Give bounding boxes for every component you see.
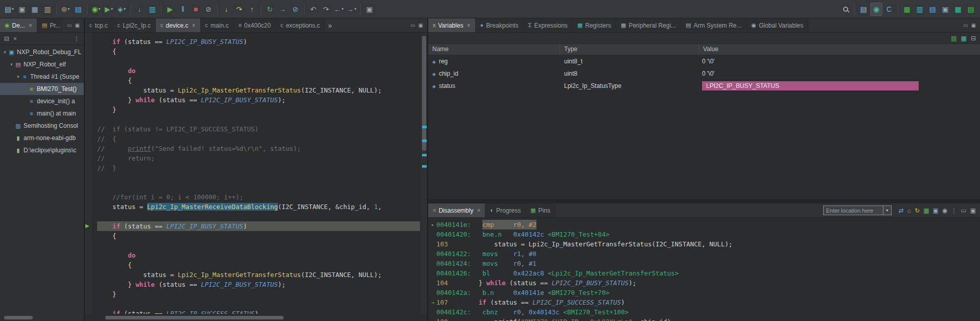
open-perspective-icon[interactable]: ▤ — [857, 3, 870, 16]
view-menu-icon[interactable]: ⋮ — [74, 36, 80, 42]
code-line[interactable]: do — [97, 250, 420, 260]
code-line[interactable] — [97, 299, 420, 309]
code-line[interactable]: } while (status == LPI2C_IP_BUSY_STATUS)… — [97, 280, 420, 289]
code-line[interactable] — [97, 212, 420, 221]
close-icon[interactable]: × — [477, 207, 480, 214]
terminal-icon[interactable]: ▥ — [146, 3, 158, 16]
save-all-icon[interactable]: ▦ — [29, 3, 41, 16]
run-icon[interactable]: ▶▾ — [103, 3, 115, 16]
maximize-view-icon[interactable]: ▣ — [970, 208, 976, 214]
disassembly-line[interactable]: 00401424: movs r0, #1 — [429, 259, 980, 268]
show-type-names-icon[interactable]: ▤ — [951, 35, 956, 41]
code-line[interactable] — [97, 173, 420, 182]
table-row[interactable]: ◆chip_iduint80 '\0' — [428, 67, 980, 80]
skip-all-breakpoints-icon[interactable]: ⊘ — [289, 3, 301, 16]
code-line[interactable]: status = Lpi2c_Ip_MasterGetTransferStatu… — [97, 85, 420, 95]
minimize-view-icon[interactable]: ▭ — [410, 23, 415, 28]
variables-tab-registers[interactable]: ▦Registers — [573, 18, 616, 32]
code-line[interactable]: } while (status == LPI2C_IP_BUSY_STATUS)… — [97, 95, 420, 105]
debug-icon[interactable]: ◉▾ — [90, 3, 102, 16]
close-icon[interactable]: × — [467, 22, 471, 29]
undo-icon[interactable]: ↶ — [307, 3, 319, 16]
code-line[interactable] — [97, 114, 420, 124]
resume-icon[interactable]: ▶ — [164, 3, 176, 16]
print-icon[interactable]: ▥ — [41, 3, 54, 16]
disconnect-icon[interactable]: ⊘ — [202, 3, 215, 16]
expanded-arrow-icon[interactable]: ▾ — [2, 50, 8, 55]
maximize-view-icon[interactable]: ▣ — [418, 23, 423, 28]
code-line[interactable]: if (status == LPI2C_IP_BUSY_STATUS) — [97, 221, 420, 231]
external-tools-icon[interactable]: ◈▾ — [115, 3, 128, 16]
debug-tree-item[interactable]: ▾▣NXP_Robot_Debug_FL — [0, 46, 84, 58]
step-over-icon[interactable]: ↷ — [233, 3, 245, 16]
editor-vertical-scrollbar[interactable] — [420, 33, 427, 314]
step-into-icon[interactable]: ↓ — [220, 3, 232, 16]
save-icon[interactable]: ▣ — [16, 3, 28, 16]
variables-tab-global-variables[interactable]: ◉Global Variables — [747, 18, 809, 32]
disassembly-line[interactable]: 0040142c: cbnz r0, 0x40143c <BMI270_Test… — [429, 307, 980, 317]
code-line[interactable]: } — [97, 105, 420, 114]
new-wizard-icon[interactable]: ▤▾ — [3, 3, 15, 16]
code-line[interactable]: // return; — [97, 153, 420, 163]
code-area[interactable]: if (status == LPI2C_IP_BUSY_STATUS) { do… — [93, 33, 420, 314]
sync-with-stack-frame-icon[interactable]: ⇄ — [899, 208, 904, 214]
variables-tab-peripheral-regi[interactable]: ▦Peripheral Regi... — [616, 18, 681, 32]
variables-tab-breakpoints[interactable]: ●Breakpoints — [476, 18, 524, 32]
code-line[interactable]: if (status == LPI2C_IP_BUSY_STATUS) — [97, 37, 420, 47]
collapse-all-icon[interactable]: ⊟ — [4, 36, 9, 42]
pin-editor-icon[interactable]: ▣ — [363, 3, 376, 16]
maximize-view-icon[interactable]: ▣ — [971, 23, 976, 28]
instruction-stepping-icon[interactable]: → — [276, 3, 289, 16]
restart-icon[interactable]: ↻ — [264, 3, 276, 16]
view-outline-icon[interactable]: ▤ — [926, 3, 939, 16]
tab-overflow-chevron[interactable]: » — [325, 18, 335, 32]
debug-tree-item[interactable]: ▾▤NXP_Robot_elf — [0, 58, 84, 71]
disassembly-line[interactable]: 00401420: bne.n 0x40142c <BMI270_Test+84… — [429, 230, 980, 239]
code-line[interactable]: //for(int i = 0; i < 100000; i++); — [97, 192, 420, 202]
disassembly-line[interactable]: ▸0040141e: cmp r0, #2 — [429, 220, 980, 230]
code-line[interactable]: { — [97, 260, 420, 270]
code-line[interactable]: do — [97, 66, 420, 76]
code-line[interactable]: { — [97, 76, 420, 85]
suspend-icon[interactable]: ‖ — [177, 3, 189, 16]
new-c-project-icon[interactable]: ▤ — [72, 3, 84, 16]
code-line[interactable]: // { — [97, 134, 420, 144]
horizontal-sash[interactable] — [428, 199, 980, 203]
code-line[interactable] — [97, 241, 420, 250]
debug-tree-item[interactable]: ≡device_init() a — [0, 95, 84, 107]
view-console-icon[interactable]: ▥ — [914, 3, 926, 16]
disassembly-tab-disassembly[interactable]: ≡Disassembly× — [428, 203, 485, 217]
editor-tab-exceptions-c[interactable]: cexceptions.c — [276, 18, 325, 32]
editor-tab-main-c[interactable]: cmain.c — [201, 18, 234, 32]
code-line[interactable]: status = Lpi2c_Ip_MasterGetTransferStatu… — [97, 270, 420, 280]
disassembly-line[interactable]: →107 if (status == LPI2C_IP_SUCCESS_STAT… — [429, 297, 980, 307]
code-line[interactable]: // printf("Send failed! status=%d\r\n", … — [97, 144, 420, 153]
table-row[interactable]: ◆reguint8_t0 '\0' — [428, 55, 980, 67]
minimize-view-icon[interactable]: ▭ — [963, 23, 968, 28]
debug-tree-item[interactable]: ▮arm-none-eabi-gdb — [0, 132, 84, 144]
debug-view-tab-de[interactable]: ◉De...× — [0, 18, 37, 32]
debug-horizontal-scrollbar[interactable] — [0, 314, 84, 321]
location-input[interactable] — [823, 205, 883, 215]
show-logical-structures-icon[interactable]: ▦ — [961, 35, 967, 41]
debug-tree-item[interactable]: ≡BMI270_Test() — [0, 83, 84, 95]
view-grid-icon[interactable]: ▦ — [901, 3, 913, 16]
collapse-all-icon[interactable]: ⊟ — [971, 35, 976, 41]
pin-view-icon[interactable]: ◉ — [942, 208, 947, 214]
code-line[interactable]: } — [97, 289, 420, 299]
step-return-icon[interactable]: ↑ — [246, 3, 258, 16]
scrollbar-thumb[interactable] — [105, 316, 283, 319]
search-icon[interactable] — [839, 3, 852, 16]
expanded-arrow-icon[interactable]: ▾ — [9, 62, 14, 67]
code-line[interactable]: status = Lpi2c_Ip_MasterReceiveDataBlock… — [97, 202, 420, 212]
maximize-view-icon[interactable]: ▣ — [75, 23, 80, 28]
back-icon[interactable]: ←▾ — [333, 3, 345, 16]
refresh-icon[interactable]: ↻ — [915, 208, 920, 214]
code-line[interactable]: // if (status != LPI2C_IP_SUCCESS_STATUS… — [97, 124, 420, 134]
debug-tree-item[interactable]: ▥Semihosting Consol — [0, 120, 84, 132]
code-line[interactable]: { — [97, 231, 420, 241]
view-tools-icon[interactable]: ▤ — [965, 3, 977, 16]
code-line[interactable] — [97, 56, 420, 66]
variables-tab-arm-system-re[interactable]: ▤Arm System Re... — [681, 18, 746, 32]
close-icon[interactable]: × — [192, 22, 196, 29]
